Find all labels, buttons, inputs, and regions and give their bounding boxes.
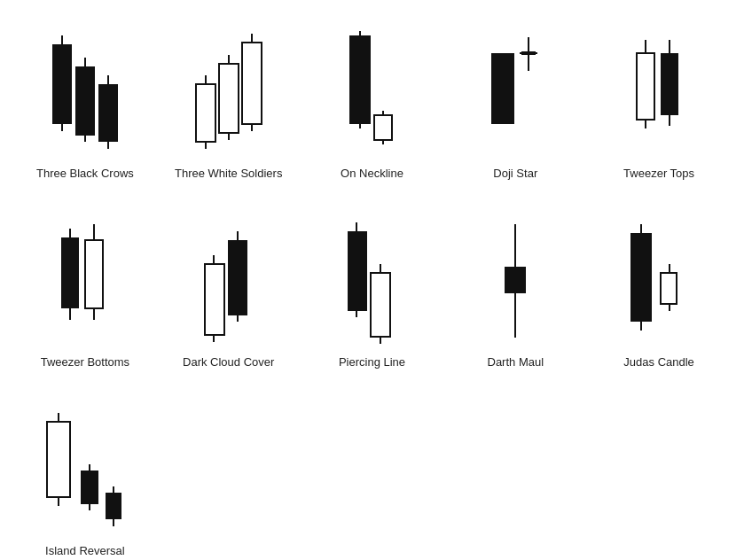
tweezer-tops-visual (619, 18, 699, 159)
svg-rect-50 (371, 273, 390, 337)
doji-star-visual (475, 18, 555, 159)
dark-cloud-cover-label: Dark Cloud Cover (183, 355, 274, 369)
pattern-tweezer-tops: Tweezer Tops (591, 18, 726, 180)
svg-rect-32 (661, 53, 678, 115)
patterns-grid: Three Black Crows Three White Soldiers (18, 18, 726, 369)
pattern-three-white-soldiers: Three White Soldiers (161, 18, 296, 180)
pattern-tweezer-bottoms: Tweezer Bottoms (18, 206, 153, 369)
darth-maul-visual (475, 206, 555, 348)
svg-rect-53 (505, 267, 526, 293)
patterns-grid-row3: Island Reversal (18, 395, 726, 557)
three-white-soldiers-visual (189, 18, 269, 159)
pattern-three-black-crows: Three Black Crows (18, 18, 153, 180)
island-reversal-visual (36, 395, 134, 537)
on-neckline-visual (332, 18, 411, 159)
svg-rect-29 (637, 53, 654, 120)
three-black-crows-visual (45, 18, 125, 159)
svg-rect-38 (85, 240, 103, 308)
piercing-line-visual (332, 206, 411, 348)
svg-rect-62 (47, 422, 70, 497)
doji-star-label: Doji Star (493, 167, 537, 180)
svg-rect-0 (52, 44, 72, 124)
three-white-soldiers-label: Three White Soldiers (175, 167, 282, 180)
dark-cloud-cover-visual (189, 206, 269, 348)
pattern-on-neckline: On Neckline (305, 18, 440, 180)
darth-maul-label: Darth Maul (488, 355, 544, 369)
judas-candle-visual (615, 206, 703, 348)
svg-rect-56 (630, 233, 652, 322)
pattern-dark-cloud-cover: Dark Cloud Cover (161, 206, 296, 369)
svg-rect-64 (81, 471, 98, 504)
island-reversal-label: Island Reversal (45, 544, 125, 557)
tweezer-tops-label: Tweezer Tops (623, 167, 694, 180)
svg-rect-15 (242, 43, 262, 124)
pattern-piercing-line: Piercing Line (305, 206, 440, 369)
svg-rect-9 (196, 84, 215, 142)
svg-rect-3 (75, 66, 95, 136)
svg-rect-18 (349, 35, 371, 124)
svg-rect-47 (348, 231, 367, 311)
tweezer-bottoms-visual (45, 206, 125, 348)
pattern-doji-star: Doji Star (448, 18, 583, 180)
svg-rect-67 (106, 493, 121, 519)
svg-rect-12 (219, 64, 239, 133)
tweezer-bottoms-label: Tweezer Bottoms (41, 355, 129, 369)
pattern-judas-candle: Judas Candle (591, 206, 726, 369)
svg-rect-24 (491, 53, 514, 124)
svg-rect-44 (228, 240, 247, 315)
piercing-line-label: Piercing Line (339, 355, 405, 369)
svg-rect-59 (661, 273, 677, 304)
svg-rect-41 (205, 264, 224, 335)
svg-rect-35 (61, 237, 79, 308)
pattern-island-reversal: Island Reversal (18, 395, 153, 557)
judas-candle-label: Judas Candle (623, 355, 694, 369)
three-black-crows-label: Three Black Crows (36, 167, 134, 180)
svg-rect-21 (374, 115, 392, 140)
pattern-darth-maul: Darth Maul (448, 206, 583, 369)
on-neckline-label: On Neckline (341, 167, 403, 180)
svg-rect-6 (98, 84, 118, 142)
